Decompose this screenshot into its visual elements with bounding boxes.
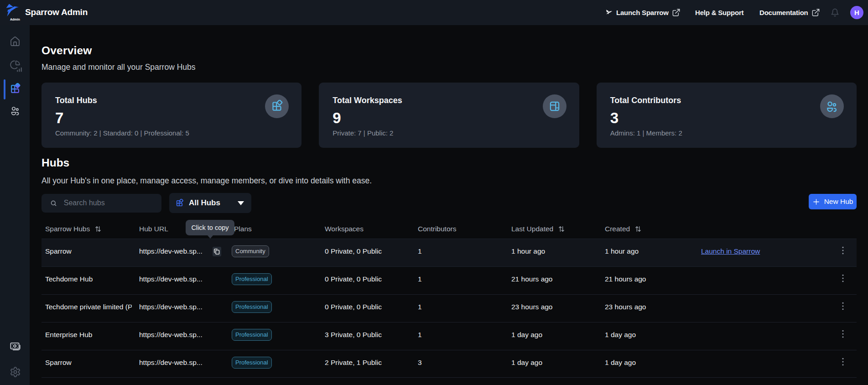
svg-text:Admin: Admin	[10, 18, 20, 21]
